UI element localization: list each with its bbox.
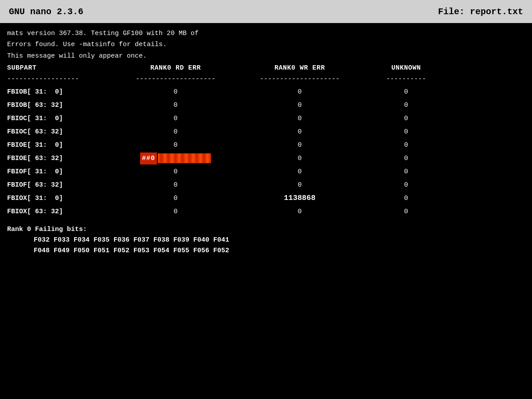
rd-cell: 0 [113, 87, 238, 97]
failing-bits-row1: F032 F033 F034 F035 F036 F037 F038 F039 … [34, 235, 525, 246]
table-row: FBIOE[ 31: 0] 0 0 0 [7, 138, 525, 152]
subpart-cell: FBIOC[ 31: 0] [7, 113, 113, 124]
col-rank0rd-header: RANK0 RD ERR [113, 63, 238, 73]
subpart-cell: FBIOB[ 63: 32] [7, 100, 113, 110]
table-row: FBIOF[ 31: 0] 0 0 0 [7, 165, 525, 178]
unk-cell: 0 [362, 87, 450, 97]
wr-cell: 0 [238, 167, 362, 177]
wr-cell: 0 [238, 87, 362, 97]
error-table: SUBPART RANK0 RD ERR RANK0 WR ERR UNKNOW… [7, 63, 525, 219]
wr-cell-large: 1138868 [238, 192, 362, 204]
table-dividers: ------------------ -------------------- … [7, 74, 525, 84]
subpart-cell: FBIOE[ 31: 0] [7, 140, 113, 150]
table-row-error: FBIOE[ 63: 32] ##0 0 0 [7, 152, 525, 165]
table-row: FBIOF[ 63: 32] 0 0 0 [7, 178, 525, 192]
table-row: FBIOC[ 31: 0] 0 0 0 [7, 112, 525, 125]
table-row: FBIOX[ 63: 32] 0 0 0 [7, 205, 525, 218]
rank-failing-title: Rank 0 Failing bits: [7, 224, 525, 235]
table-headers: SUBPART RANK0 RD ERR RANK0 WR ERR UNKNOW… [7, 63, 525, 73]
subpart-cell: FBIOX[ 63: 32] [7, 207, 113, 217]
divider-unk: ---------- [362, 74, 450, 84]
wr-cell: 0 [238, 100, 362, 110]
unk-cell: 0 [362, 167, 450, 177]
col-rank0wr-header: RANK0 WR ERR [238, 63, 362, 73]
col-unknown-header: UNKNOWN [362, 63, 450, 73]
subpart-cell: FBIOF[ 31: 0] [7, 167, 113, 177]
subpart-cell: FBIOX[ 31: 0] [7, 193, 113, 203]
divider-wr: -------------------- [238, 74, 362, 84]
wr-cell: 0 [238, 180, 362, 190]
rd-cell: 0 [113, 180, 238, 190]
rd-error-cell: ##0 [113, 153, 238, 164]
rd-cell: 0 [113, 100, 238, 110]
error-bar-visualization [158, 153, 211, 163]
rd-cell: 0 [113, 193, 238, 203]
subpart-cell: FBIOC[ 63: 32] [7, 127, 113, 137]
rd-cell: 0 [113, 140, 238, 150]
rd-cell: 0 [113, 127, 238, 137]
wr-cell: 0 [238, 127, 362, 137]
unk-cell: 0 [362, 193, 450, 203]
unk-cell: 0 [362, 207, 450, 217]
unk-cell: 0 [362, 180, 450, 190]
subpart-cell: FBIOB[ 31: 0] [7, 87, 113, 97]
divider-rd: -------------------- [113, 74, 238, 84]
unk-cell: 0 [362, 100, 450, 110]
header-line-3: This message will only appear once. [7, 51, 525, 61]
app-title: GNU nano 2.3.6 [9, 7, 83, 17]
unk-cell: 0 [362, 153, 450, 164]
terminal-content: mats version 367.38. Testing GF100 with … [0, 23, 532, 262]
rd-cell: 0 [113, 113, 238, 124]
table-row: FBIOB[ 63: 32] 0 0 0 [7, 98, 525, 112]
col-subpart-header: SUBPART [7, 63, 113, 73]
title-bar: GNU nano 2.3.6 File: report.txt [0, 0, 532, 23]
table-row: FBIOX[ 31: 0] 0 1138868 0 [7, 192, 525, 205]
subpart-cell: FBIOF[ 63: 32] [7, 180, 113, 190]
header-line-2: Errors found. Use -matsinfo for details. [7, 39, 525, 50]
subpart-cell: FBIOE[ 63: 32] [7, 153, 113, 164]
wr-cell: 0 [238, 153, 362, 164]
header-line-1: mats version 367.38. Testing GF100 with … [7, 28, 525, 39]
table-row: FBIOC[ 63: 32] 0 0 0 [7, 125, 525, 138]
wr-cell: 0 [238, 207, 362, 217]
rd-cell: 0 [113, 207, 238, 217]
unk-cell: 0 [362, 113, 450, 124]
divider-subpart: ------------------ [7, 74, 113, 84]
table-row: FBIOB[ 31: 0] 0 0 0 [7, 85, 525, 98]
wr-cell: 0 [238, 140, 362, 150]
unk-cell: 0 [362, 127, 450, 137]
file-title: File: report.txt [438, 7, 523, 17]
rank-failing-section: Rank 0 Failing bits: F032 F033 F034 F035… [7, 224, 525, 256]
unk-cell: 0 [362, 140, 450, 150]
wr-cell: 0 [238, 113, 362, 124]
rd-cell: 0 [113, 167, 238, 177]
error-hash-text: ##0 [140, 153, 157, 164]
failing-bits-row2: F048 F049 F050 F051 F052 F053 F054 F055 … [34, 246, 525, 256]
